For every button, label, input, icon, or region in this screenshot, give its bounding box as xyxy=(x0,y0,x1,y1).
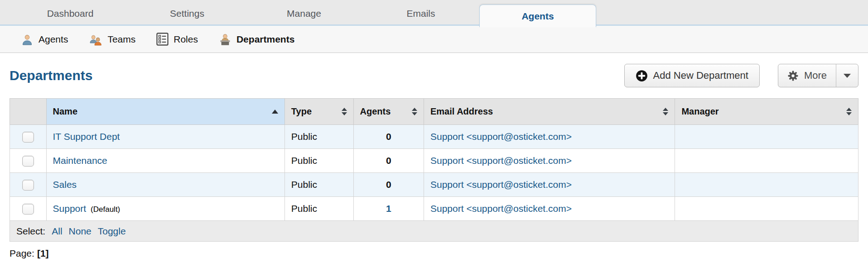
table-header-row: Name Type Agents xyxy=(10,99,858,125)
department-email-link[interactable]: Support <support@osticket.com> xyxy=(430,179,572,190)
subnav-item-agents[interactable]: Agents xyxy=(21,33,68,46)
sort-both-icon xyxy=(412,108,417,115)
department-manager xyxy=(675,197,858,221)
caret-down-icon xyxy=(844,74,851,78)
top-tab-bar: Dashboard Settings Manage Emails Agents xyxy=(0,0,868,26)
sort-both-icon xyxy=(342,108,347,115)
add-new-department-button[interactable]: Add New Department xyxy=(624,64,760,87)
subnav-item-label: Agents xyxy=(39,34,68,45)
department-name-link[interactable]: IT Support Dept xyxy=(53,131,120,142)
table-select-footer: Select:AllNoneToggle xyxy=(10,221,858,242)
column-header-type[interactable]: Type xyxy=(285,99,353,125)
department-email-link[interactable]: Support <support@osticket.com> xyxy=(430,155,572,166)
department-manager xyxy=(675,125,858,149)
department-name-link[interactable]: Maintenance xyxy=(53,155,107,166)
pagination: Page:[1] xyxy=(10,248,858,259)
sort-both-icon xyxy=(663,108,668,115)
department-manager xyxy=(675,173,858,197)
column-header-manager[interactable]: Manager xyxy=(675,99,858,125)
department-type: Public xyxy=(285,197,353,221)
column-header-agents[interactable]: Agents xyxy=(353,99,424,125)
pagination-label: Page: xyxy=(10,248,34,258)
row-checkbox[interactable] xyxy=(22,132,34,143)
column-label: Manager xyxy=(681,106,719,117)
more-button: More xyxy=(778,64,858,87)
table-row: Support(Default) Public 1 Support <suppo… xyxy=(10,197,858,221)
subnav-item-departments[interactable]: Departments xyxy=(219,33,294,46)
more-dropdown-toggle[interactable] xyxy=(836,64,858,87)
subnav-item-teams[interactable]: Teams xyxy=(89,33,135,46)
gear-icon xyxy=(787,70,799,81)
teams-icon xyxy=(89,33,102,46)
subnav-item-label: Departments xyxy=(236,34,294,45)
tab-emails[interactable]: Emails xyxy=(362,1,479,26)
add-new-department-label: Add New Department xyxy=(653,70,748,81)
row-checkbox[interactable] xyxy=(22,180,34,191)
column-label: Name xyxy=(53,106,77,117)
default-badge: (Default) xyxy=(91,205,120,214)
departments-icon xyxy=(219,33,231,46)
table-row: Maintenance Public 0 Support <support@os… xyxy=(10,149,858,173)
department-agent-count: 0 xyxy=(353,173,424,197)
department-agent-count-link[interactable]: 1 xyxy=(386,203,391,214)
sort-both-icon xyxy=(846,108,852,115)
column-header-name[interactable]: Name xyxy=(46,99,285,125)
more-button-label: More xyxy=(804,70,827,81)
department-type: Public xyxy=(285,149,353,173)
department-agent-count: 0 xyxy=(353,149,424,173)
department-name-link[interactable]: Sales xyxy=(53,179,77,190)
row-checkbox[interactable] xyxy=(22,156,34,167)
department-email-link[interactable]: Support <support@osticket.com> xyxy=(430,131,572,142)
department-type: Public xyxy=(285,125,353,149)
row-checkbox[interactable] xyxy=(22,204,34,215)
subnav-item-label: Teams xyxy=(107,34,135,45)
department-email-link[interactable]: Support <support@osticket.com> xyxy=(430,203,572,214)
department-agent-count: 0 xyxy=(353,125,424,149)
page-content: Departments Add New Department xyxy=(0,64,868,259)
agents-subnav: Agents Teams xyxy=(0,26,868,53)
column-label: Email Address xyxy=(430,106,493,117)
more-button-main[interactable]: More xyxy=(778,64,836,87)
departments-table: Name Type Agents xyxy=(10,98,858,242)
sort-asc-icon xyxy=(272,110,278,114)
table-row: IT Support Dept Public 0 Support <suppor… xyxy=(10,125,858,149)
pagination-current-page[interactable]: [1] xyxy=(37,248,49,258)
roles-icon xyxy=(156,33,169,46)
header-checkbox-cell xyxy=(10,99,47,125)
agent-icon xyxy=(21,33,34,46)
subnav-item-roles[interactable]: Roles xyxy=(156,33,198,46)
plus-circle-icon xyxy=(636,70,648,82)
select-all-link[interactable]: All xyxy=(52,226,62,236)
department-name-link[interactable]: Support xyxy=(53,203,87,214)
tab-agents[interactable]: Agents xyxy=(479,5,596,27)
page-title: Departments xyxy=(10,68,92,83)
department-type: Public xyxy=(285,173,353,197)
tab-manage[interactable]: Manage xyxy=(246,1,362,26)
select-label: Select: xyxy=(16,226,45,236)
select-toggle-link[interactable]: Toggle xyxy=(98,226,126,236)
column-header-email[interactable]: Email Address xyxy=(424,99,675,125)
tab-settings[interactable]: Settings xyxy=(129,1,246,26)
subnav-item-label: Roles xyxy=(174,34,198,45)
column-label: Type xyxy=(291,106,312,117)
department-manager xyxy=(675,149,858,173)
select-none-link[interactable]: None xyxy=(69,226,92,236)
column-label: Agents xyxy=(360,106,391,117)
tab-dashboard[interactable]: Dashboard xyxy=(12,1,129,26)
table-row: Sales Public 0 Support <support@osticket… xyxy=(10,173,858,197)
